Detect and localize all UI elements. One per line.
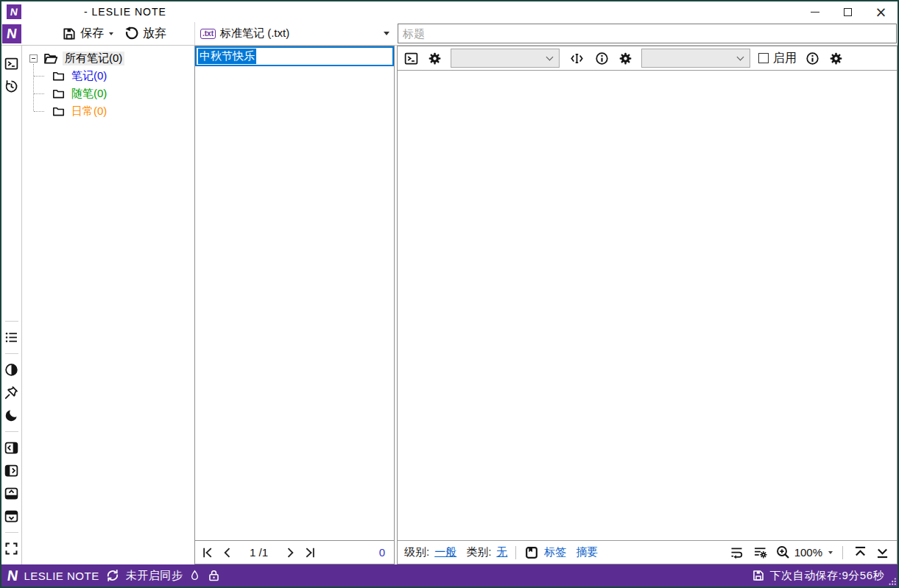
sync-status[interactable]: 未开启同步 (126, 569, 183, 583)
sidebar-logo-cell: N (1, 22, 22, 45)
next-page-button[interactable] (283, 545, 297, 560)
tree-root-label: 所有笔记(0) (63, 52, 124, 65)
terminal-button[interactable] (403, 51, 419, 66)
sync-icon[interactable] (105, 568, 120, 583)
tree-item-label: 日常(0) (71, 105, 107, 118)
list-view-button[interactable] (4, 330, 19, 345)
save-button-label: 保存 (80, 26, 104, 41)
pin-button[interactable] (4, 385, 19, 400)
rail-separator (5, 532, 18, 533)
app-logo-icon-status: N (7, 568, 19, 583)
folder-icon (52, 105, 66, 118)
note-item-selected-text: 中秋节快乐 (198, 49, 256, 64)
zoom-in-icon (775, 545, 791, 560)
tree-item-label: 随笔(0) (71, 87, 107, 101)
editor-footer: 级别: 一般 类别: 无 标签 摘要 100% (398, 540, 897, 564)
enable-checkbox-group[interactable]: 启用 (758, 51, 797, 66)
gear-icon[interactable] (618, 51, 633, 66)
terminal-button[interactable] (4, 56, 19, 71)
contrast-button[interactable] (4, 362, 19, 378)
note-list-body[interactable] (195, 66, 394, 540)
txt-badge-icon: .txt (200, 29, 216, 39)
folder-open-icon (43, 51, 58, 66)
close-icon: × (875, 5, 887, 19)
editor-footer-right: 100% (728, 545, 890, 560)
tags-link[interactable]: 标签 (544, 545, 566, 559)
gear-icon[interactable] (427, 51, 443, 66)
editor-content[interactable] (398, 71, 897, 540)
discard-button[interactable]: 放弃 (124, 26, 166, 41)
list-settings-button[interactable] (752, 545, 769, 560)
note-title-input[interactable] (398, 24, 897, 43)
window-title: - LESLIE NOTE (84, 6, 166, 18)
window-controls: × (798, 1, 898, 22)
minimize-button[interactable] (798, 1, 831, 22)
collapse-bottom-panel-button[interactable] (4, 509, 19, 524)
zoom-caret-icon (828, 551, 833, 554)
collapse-left-panel-button[interactable] (4, 440, 19, 456)
collapse-right-panel-button[interactable] (4, 463, 19, 478)
category-link[interactable]: 无 (496, 545, 507, 559)
maximize-icon (844, 8, 852, 16)
tree-children: 笔记(0) 随笔(0) 日常(0) (22, 67, 194, 120)
note-type-selector[interactable]: .txt 标准笔记 (.txt) (194, 22, 395, 45)
main-toolbar: N 保存 放弃 .txt 标准笔记 (.txt) (1, 22, 898, 46)
tree-item-daily[interactable]: 日常(0) (22, 102, 194, 120)
collapse-top-panel-button[interactable] (4, 486, 19, 501)
prev-page-button[interactable] (220, 545, 235, 560)
info-icon[interactable] (805, 51, 820, 66)
toolbar-left: 保存 放弃 (22, 22, 194, 45)
undo-icon (124, 26, 139, 41)
ink-drop-icon[interactable] (188, 568, 201, 583)
scroll-to-bottom-button[interactable] (875, 545, 890, 560)
tree-expander-icon[interactable] (29, 54, 38, 63)
page-indicator: 1 /1 (250, 546, 268, 559)
resize-grip[interactable] (888, 577, 897, 586)
plugin-select-1[interactable] (451, 49, 560, 68)
zoom-control[interactable]: 100% (775, 545, 833, 560)
enable-label: 启用 (773, 51, 797, 66)
bookmark-icon (524, 545, 539, 560)
enable-checkbox[interactable] (758, 53, 769, 63)
chevron-down-icon (546, 53, 554, 60)
gear-icon[interactable] (828, 51, 844, 66)
summary-link[interactable]: 摘要 (576, 545, 598, 559)
statusbar-app-name: LESLIE NOTE (24, 570, 99, 582)
maximize-button[interactable] (831, 1, 864, 22)
note-count: 0 (379, 546, 388, 559)
word-wrap-button[interactable] (728, 545, 745, 560)
folder-icon (52, 69, 66, 83)
tree-item-essays[interactable]: 随笔(0) (22, 85, 194, 102)
editor-toolbar: 启用 (398, 46, 897, 71)
level-link[interactable]: 一般 (434, 545, 456, 559)
last-page-button[interactable] (302, 545, 317, 560)
close-button[interactable]: × (864, 1, 898, 22)
pagination-bar: 1 /1 0 (195, 540, 394, 564)
dark-mode-button[interactable] (4, 408, 19, 423)
zoom-level: 100% (794, 546, 822, 559)
first-page-button[interactable] (201, 545, 216, 560)
app-logo-icon: N (7, 4, 21, 19)
note-type-label: 标准笔记 (.txt) (220, 26, 378, 40)
tree-item-notes[interactable]: 笔记(0) (22, 67, 194, 85)
text-cursor-icon[interactable] (568, 51, 586, 66)
info-icon[interactable] (594, 51, 610, 66)
rail-separator (5, 353, 18, 354)
save-button[interactable]: 保存 (62, 26, 113, 41)
tree-item-all-notes[interactable]: 所有笔记(0) (22, 49, 194, 67)
history-button[interactable] (4, 79, 19, 94)
status-bar: N LESLIE NOTE 未开启同步 下次自动保存:9分56秒 (1, 564, 898, 587)
fullscreen-button[interactable] (4, 541, 19, 556)
minimize-icon (811, 12, 819, 13)
plugin-select-2[interactable] (641, 49, 750, 68)
lock-icon[interactable] (207, 568, 221, 583)
title-bar: N - LESLIE NOTE × (1, 1, 898, 22)
save-floppy-icon (62, 26, 77, 41)
save-dropdown-caret-icon[interactable] (109, 32, 113, 35)
app-logo-icon-large: N (2, 24, 21, 43)
autosave-countdown: 下次自动保存:9分56秒 (770, 569, 884, 583)
footer-separator (515, 546, 516, 559)
editor-panel: 启用 级别: 一般 类别: 无 标签 摘要 (397, 46, 898, 564)
note-title-edit-row[interactable]: 中秋节快乐 (195, 46, 394, 66)
scroll-to-top-button[interactable] (853, 545, 868, 560)
